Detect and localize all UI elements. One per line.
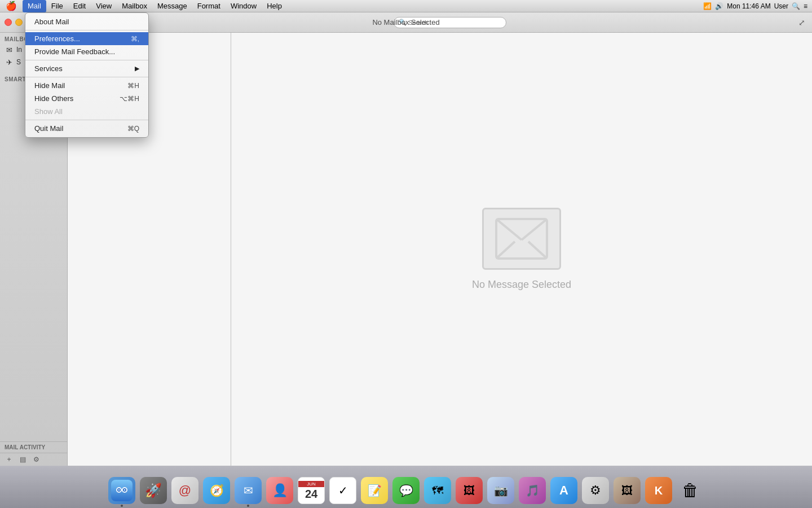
menu-show-all[interactable]: Show All (25, 105, 148, 118)
svg-line-1 (496, 219, 522, 240)
svg-line-3 (496, 242, 515, 259)
wifi-icon: 📶 (703, 2, 712, 10)
username-display: User (774, 2, 788, 10)
dock-addressbook[interactable]: @ (170, 475, 200, 506)
sent-icon: ✈ (5, 58, 14, 67)
preferences-shortcut: ⌘, (131, 35, 139, 43)
menu-view[interactable]: View (91, 0, 117, 12)
add-mailbox-button[interactable]: + (3, 455, 15, 464)
launchpad-icon: 🚀 (140, 477, 167, 504)
dock-finder[interactable] (107, 475, 137, 506)
dock-sysprefs[interactable]: ⚙ (580, 475, 611, 506)
apple-menu[interactable]: 🍎 (0, 1, 23, 11)
inbox-icon: ✉ (5, 45, 14, 54)
menu-services[interactable]: Services ▶ (25, 62, 148, 75)
dock-notes[interactable]: 📝 (359, 475, 390, 506)
notes-icon: 📝 (361, 477, 388, 504)
menu-file[interactable]: File (46, 0, 68, 12)
sidebar-toolbar: + ▤ ⚙ (0, 453, 67, 466)
addressbook-icon: @ (171, 477, 198, 504)
dock: 🚀 @ 🧭 ✉ 👤 JUN 24 ✓ 📝 💬 🗺 🖼 📷 🎵 A (0, 466, 812, 508)
menu-separator-1 (25, 30, 148, 30)
menu-help[interactable]: Help (262, 0, 287, 12)
notification-icon[interactable]: ≡ (804, 2, 807, 10)
menu-separator-2 (25, 60, 148, 60)
messages-icon: 💬 (392, 477, 420, 504)
svg-line-2 (522, 219, 547, 240)
menu-window[interactable]: Window (226, 0, 262, 12)
mail-icon: ✉ (235, 477, 262, 504)
appstore-icon: A (550, 477, 577, 504)
menu-preferences[interactable]: Preferences... ⌘, (25, 32, 148, 45)
menu-format[interactable]: Format (192, 0, 226, 12)
window-title: No Mailbox Selected (372, 18, 439, 27)
menu-separator-4 (25, 120, 148, 120)
dock-launchpad[interactable]: 🚀 (138, 475, 169, 506)
menu-quit-mail[interactable]: Quit Mail ⌘Q (25, 122, 148, 135)
photos-icon: 🖼 (456, 477, 483, 504)
sent-label: S (16, 58, 21, 66)
volume-icon: 🔊 (715, 2, 723, 10)
dock-messages[interactable]: 💬 (391, 475, 421, 506)
dock-itunes[interactable]: 🎵 (517, 475, 548, 506)
minimize-button[interactable] (15, 19, 23, 26)
contacts-icon: 👤 (266, 477, 293, 504)
hide-mail-shortcut: ⌘H (127, 82, 139, 90)
expand-button[interactable]: ⤢ (798, 18, 805, 27)
dock-photos[interactable]: 🖼 (454, 475, 484, 506)
mail-activity-label: MAIL ACTIVITY (0, 441, 67, 453)
dock-iphoto2[interactable]: 🖼 (612, 475, 642, 506)
reminders-icon: ✓ (329, 477, 356, 504)
iphoto2-icon: 🖼 (614, 477, 641, 504)
trash-icon: 🗑 (677, 477, 704, 504)
sysprefs-icon: ⚙ (582, 477, 609, 504)
menu-edit[interactable]: Edit (68, 0, 91, 12)
dock-keynote[interactable]: K (643, 475, 674, 506)
no-message-text: No Message Selected (472, 279, 571, 291)
menu-about-mail[interactable]: About Mail (25, 15, 148, 28)
menu-hide-others[interactable]: Hide Others ⌥⌘H (25, 92, 148, 105)
dock-appstore[interactable]: A (549, 475, 579, 506)
menu-mail[interactable]: Mail (23, 0, 46, 12)
dock-safari[interactable]: 🧭 (201, 475, 232, 506)
menu-feedback[interactable]: Provide Mail Feedback... (25, 45, 148, 58)
finder-icon (108, 477, 135, 504)
dock-calendar[interactable]: JUN 24 (296, 475, 326, 506)
inbox-label: In (16, 46, 22, 54)
dock-iphoto[interactable]: 📷 (486, 475, 516, 506)
svg-line-4 (528, 242, 547, 259)
menubar: 🍎 Mail File Edit View Mailbox Message Fo… (0, 0, 812, 12)
mail-dot (247, 505, 249, 507)
close-button[interactable] (5, 19, 12, 26)
message-view: No Message Selected (231, 33, 812, 466)
dock-mail[interactable]: ✉ (233, 475, 263, 506)
quit-mail-shortcut: ⌘Q (127, 125, 139, 133)
menubar-right: 📶 🔊 Mon 11:46 AM User 🔍 ≡ (703, 2, 812, 10)
mailbox-view-button[interactable]: ▤ (17, 455, 28, 464)
menu-mailbox[interactable]: Mailbox (117, 0, 152, 12)
keynote-icon: K (645, 477, 672, 504)
search-menubar-icon[interactable]: 🔍 (792, 2, 800, 10)
dock-maps[interactable]: 🗺 (422, 475, 453, 506)
mail-dropdown-menu: About Mail Preferences... ⌘, Provide Mai… (25, 12, 149, 138)
dock-trash[interactable]: 🗑 (675, 475, 705, 506)
dock-contacts[interactable]: 👤 (264, 475, 295, 506)
svg-point-10 (118, 489, 120, 491)
itunes-icon: 🎵 (519, 477, 546, 504)
iphoto-icon: 📷 (487, 477, 514, 504)
menu-hide-mail[interactable]: Hide Mail ⌘H (25, 79, 148, 92)
menu-message[interactable]: Message (152, 0, 192, 12)
safari-icon: 🧭 (203, 477, 230, 504)
datetime-display: Mon 11:46 AM (727, 2, 770, 10)
maps-icon: 🗺 (424, 477, 451, 504)
svg-point-11 (124, 489, 125, 491)
svg-rect-5 (111, 480, 133, 501)
services-arrow: ▶ (135, 65, 139, 72)
hide-others-shortcut: ⌥⌘H (120, 95, 139, 103)
menu-separator-3 (25, 77, 148, 77)
calendar-icon: JUN 24 (298, 477, 325, 504)
mailbox-settings-button[interactable]: ⚙ (30, 455, 42, 464)
dock-reminders[interactable]: ✓ (328, 475, 358, 506)
finder-dot (121, 505, 123, 507)
no-message-icon (482, 208, 561, 270)
